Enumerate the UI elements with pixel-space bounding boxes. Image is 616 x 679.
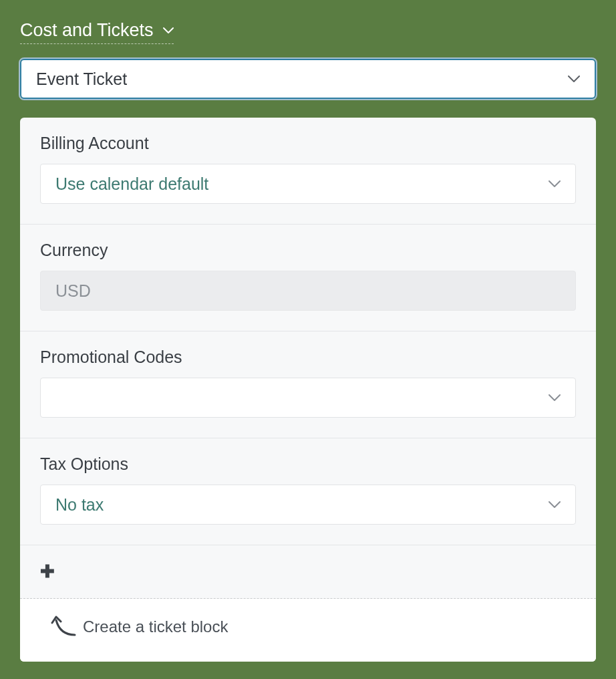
- chevron-down-icon: [549, 394, 561, 402]
- currency-value: USD: [55, 281, 91, 301]
- ticket-type-select[interactable]: Event Ticket: [20, 59, 596, 99]
- billing-select[interactable]: Use calendar default: [40, 164, 576, 204]
- tax-row: Tax Options No tax: [20, 438, 596, 545]
- billing-value: Use calendar default: [55, 174, 208, 194]
- section-title: Cost and Tickets: [20, 20, 154, 41]
- chevron-down-icon: [568, 76, 580, 83]
- arrow-up-left-icon: [51, 615, 78, 638]
- billing-row: Billing Account Use calendar default: [20, 118, 596, 225]
- tax-select[interactable]: No tax: [40, 485, 576, 525]
- promo-label: Promotional Codes: [40, 348, 576, 367]
- promo-row: Promotional Codes: [20, 331, 596, 438]
- billing-label: Billing Account: [40, 134, 576, 153]
- chevron-down-icon: [163, 27, 174, 34]
- section-header[interactable]: Cost and Tickets: [20, 20, 174, 44]
- chevron-down-icon: [549, 501, 561, 509]
- tax-label: Tax Options: [40, 454, 576, 474]
- hint-text: Create a ticket block: [83, 618, 228, 636]
- add-ticket-block-button[interactable]: ✚: [20, 545, 596, 599]
- ticket-form: Billing Account Use calendar default Cur…: [20, 118, 596, 662]
- currency-label: Currency: [40, 241, 576, 260]
- create-ticket-hint: Create a ticket block: [20, 599, 596, 662]
- currency-row: Currency USD: [20, 225, 596, 331]
- ticket-type-value: Event Ticket: [36, 70, 127, 89]
- chevron-down-icon: [549, 180, 561, 188]
- tax-value: No tax: [55, 495, 104, 515]
- plus-icon: ✚: [40, 561, 55, 581]
- currency-field: USD: [40, 271, 576, 311]
- promo-select[interactable]: [40, 378, 576, 418]
